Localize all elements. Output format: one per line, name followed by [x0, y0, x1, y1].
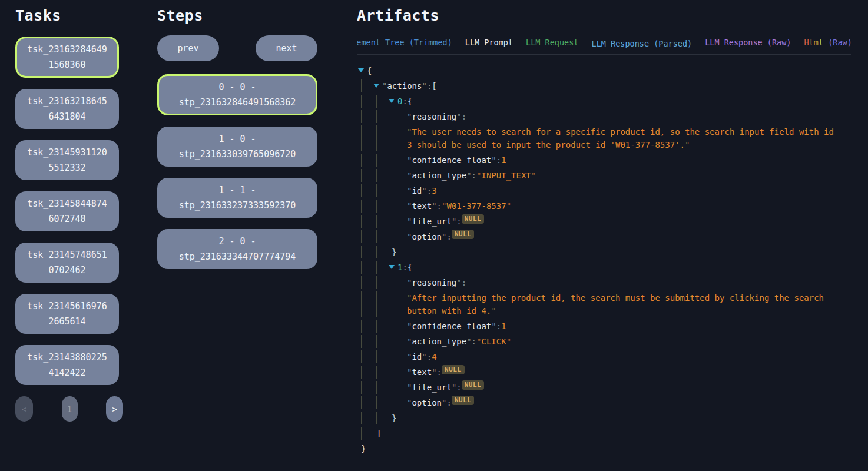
tab-llm-request[interactable]: LLM Request: [526, 35, 578, 54]
indent-guide-line: [392, 335, 407, 348]
number-value: 1: [501, 154, 506, 167]
json-tree-row: "reasoning" :: [357, 275, 838, 290]
json-tree-row: "file_url" : NULL: [357, 380, 838, 395]
task-button[interactable]: tsk_231458448746072748: [15, 191, 119, 231]
step-button[interactable]: 2 - 0 - stp_231633344707774794: [157, 229, 317, 269]
key-quote: ": [432, 366, 436, 379]
indent-guide-line: [361, 230, 376, 243]
tab-element-tree-trimmed[interactable]: Element Tree (Trimmed): [357, 35, 452, 54]
punctuation: {: [408, 95, 412, 108]
pagination-next-button[interactable]: >: [106, 396, 123, 422]
colon: :: [456, 381, 461, 394]
tab-label-segment: m: [814, 38, 819, 47]
colon: :: [462, 276, 466, 289]
json-tree-row: "id" : 3: [357, 183, 838, 198]
json-key: reasoning: [412, 276, 456, 289]
indent-guide-line: [392, 276, 407, 289]
tab-label-segment: t: [809, 38, 814, 47]
step-button[interactable]: 1 - 0 - stp_231633039765096720: [157, 127, 317, 167]
json-tree-row: "actions" : [: [357, 78, 838, 94]
indent-guide-line: [392, 154, 407, 167]
indent-guide-line: [361, 412, 376, 424]
indent-guide-line: [361, 200, 376, 213]
key-quote: ": [407, 110, 412, 123]
task-button[interactable]: tsk_231456169762665614: [15, 294, 119, 334]
indent-guide-line: [392, 396, 407, 409]
tab-llm-response-parsed[interactable]: LLM Response (Parsed): [592, 37, 693, 55]
collapse-arrow-icon[interactable]: [373, 84, 379, 88]
step-button[interactable]: 1 - 1 - stp_231633237333592370: [157, 178, 317, 218]
json-key: confidence_float: [412, 154, 491, 167]
indent-guide-line: [361, 381, 376, 394]
indent-guide-line: [376, 320, 392, 333]
indent-guide-line: [376, 169, 392, 182]
steps-nav: prev next: [157, 35, 317, 61]
string-text: W01-377-8537: [446, 201, 506, 211]
next-step-button[interactable]: next: [256, 35, 317, 61]
indent-guide-line: [392, 350, 407, 363]
indent-guide-line: [376, 366, 392, 379]
colon: :: [446, 230, 451, 243]
indent-guide-line: [361, 320, 376, 333]
key-quote: ": [491, 320, 496, 333]
indent-guide-line: [392, 320, 407, 333]
colon: :: [456, 215, 461, 228]
json-tree-row: "action_type" : "CLICK": [357, 334, 838, 349]
json-tree-row: {: [357, 63, 838, 78]
step-button-selected[interactable]: 0 - 0 - stp_231632846491568362: [157, 74, 317, 115]
task-button-selected[interactable]: tsk_231632846491568360: [15, 37, 119, 78]
tab-llm-response-raw[interactable]: LLM Response (Raw): [705, 35, 791, 54]
json-tree-viewer: {"actions" : [0 : {"reasoning" : "The us…: [357, 63, 838, 456]
punctuation: [: [432, 79, 436, 92]
tasks-pagination: < 1 >: [15, 396, 123, 422]
json-tree-row: "confidence_float" : 1: [357, 152, 838, 168]
null-badge: NULL: [442, 365, 465, 374]
indent-guide-line: [392, 215, 407, 228]
key-quote: ": [422, 79, 426, 92]
string-quote: ": [685, 140, 690, 150]
key-quote: ": [407, 381, 412, 394]
collapse-arrow-icon[interactable]: [389, 265, 395, 269]
pagination-page-1-button[interactable]: 1: [62, 396, 78, 422]
json-key: id: [412, 184, 422, 197]
indent-guide-line: [392, 291, 407, 317]
indent-guide-line: [376, 276, 392, 289]
indent-guide-line: [361, 366, 376, 379]
indent-guide-line: [361, 184, 376, 197]
task-button[interactable]: tsk_231438802254142422: [15, 345, 119, 385]
tab-html-raw[interactable]: Html (Raw): [804, 35, 852, 54]
collapse-arrow-icon[interactable]: [358, 68, 364, 72]
task-button[interactable]: tsk_231459311205512332: [15, 140, 119, 180]
pagination-prev-button[interactable]: <: [15, 396, 33, 422]
colon: :: [402, 95, 407, 108]
tab-llm-prompt[interactable]: LLM Prompt: [465, 35, 513, 54]
indent-guide-line: [361, 110, 376, 123]
json-key: option: [412, 396, 442, 409]
collapse-arrow-icon[interactable]: [389, 99, 395, 103]
json-tree-row: "reasoning" :: [357, 109, 838, 124]
key-quote: ": [407, 276, 412, 289]
key-quote: ": [407, 320, 412, 333]
json-key: action_type: [412, 335, 466, 348]
indent-guide-line: [392, 381, 407, 394]
string-text: INPUT_TEXT: [481, 171, 531, 180]
key-quote: ": [382, 79, 387, 92]
key-quote: ": [407, 184, 412, 197]
artifacts-title: Artifacts: [357, 7, 851, 25]
array-index: 1: [397, 261, 402, 274]
indent-guide-line: [361, 427, 376, 440]
indent-guide-line: [376, 125, 392, 151]
task-button[interactable]: tsk_231632186456431804: [15, 89, 119, 129]
indent-guide-line: [361, 335, 376, 348]
key-quote: ": [456, 276, 461, 289]
string-quote: ": [506, 201, 511, 211]
json-tree-row: "option" : NULL: [357, 229, 838, 244]
prev-step-button[interactable]: prev: [157, 35, 219, 61]
null-badge: NULL: [462, 214, 485, 224]
null-badge: NULL: [452, 230, 475, 239]
tab-label-segment: [823, 38, 828, 47]
null-badge: NULL: [452, 396, 475, 405]
indent-guide-line: [361, 95, 376, 108]
json-tree-row: "After inputting the product id, the sea…: [357, 290, 838, 319]
task-button[interactable]: tsk_231457486510702462: [15, 243, 119, 283]
